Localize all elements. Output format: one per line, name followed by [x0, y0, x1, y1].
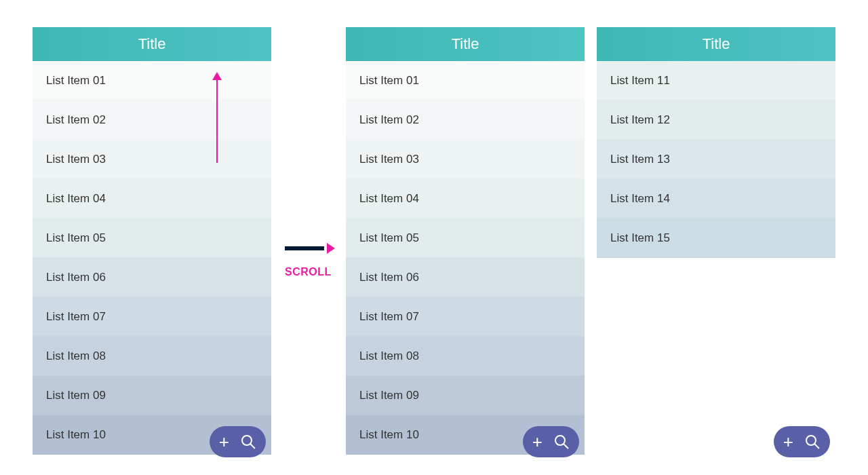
- plus-icon[interactable]: +: [532, 433, 542, 451]
- list-item[interactable]: List Item 05: [346, 218, 585, 258]
- list-item[interactable]: List Item 08: [346, 337, 585, 376]
- list-item-label: List Item 05: [359, 231, 419, 245]
- search-icon[interactable]: [553, 434, 570, 450]
- list-item[interactable]: List Item 02: [33, 100, 271, 140]
- list-item-label: List Item 04: [359, 192, 419, 206]
- list-item-label: List Item 03: [46, 153, 106, 166]
- list-item[interactable]: List Item 01: [346, 61, 585, 100]
- title-bar: Title: [597, 27, 835, 61]
- list-item-label: List Item 14: [610, 192, 670, 206]
- list-item-label: List Item 08: [46, 349, 106, 363]
- list-item[interactable]: List Item 07: [33, 297, 271, 337]
- scroll-annotation: SCROLL: [285, 243, 334, 278]
- list[interactable]: List Item 11 List Item 12 List Item 13 L…: [597, 61, 835, 258]
- list-item-label: List Item 10: [359, 428, 419, 442]
- list-item[interactable]: List Item 06: [346, 258, 585, 297]
- floating-action-bar: +: [210, 426, 266, 457]
- list-item-label: List Item 01: [46, 74, 106, 88]
- list-item[interactable]: List Item 06: [33, 258, 271, 297]
- list-item[interactable]: List Item 14: [597, 179, 835, 218]
- svg-line-3: [564, 444, 569, 449]
- list-item-label: List Item 07: [46, 310, 106, 324]
- list-item-label: List Item 07: [359, 310, 419, 324]
- title-text: Title: [703, 35, 730, 53]
- svg-point-2: [555, 436, 565, 445]
- list-item[interactable]: List Item 15: [597, 218, 835, 258]
- list-item[interactable]: List Item 04: [33, 179, 271, 218]
- list[interactable]: List Item 01 List Item 02 List Item 03 L…: [33, 61, 271, 455]
- floating-action-bar: +: [774, 426, 830, 457]
- list-item[interactable]: List Item 02: [346, 100, 585, 140]
- list-item[interactable]: List Item 08: [33, 337, 271, 376]
- phone-panel-3: Title List Item 11 List Item 12 List Ite…: [597, 27, 835, 467]
- list-item-label: List Item 08: [359, 349, 419, 363]
- svg-line-1: [251, 444, 256, 449]
- title-bar: Title: [33, 27, 271, 61]
- svg-line-5: [815, 444, 820, 449]
- list-item-label: List Item 09: [359, 389, 419, 402]
- list-item-label: List Item 11: [610, 74, 670, 88]
- list-item[interactable]: List Item 04: [346, 179, 585, 218]
- list-item[interactable]: List Item 05: [33, 218, 271, 258]
- list-item[interactable]: List Item 01: [33, 61, 271, 100]
- list-item-label: List Item 12: [610, 113, 670, 127]
- search-icon[interactable]: [804, 434, 821, 450]
- list-item-label: List Item 03: [359, 153, 419, 166]
- plus-icon[interactable]: +: [783, 433, 793, 451]
- list-item-label: List Item 13: [610, 153, 670, 166]
- list-item-label: List Item 15: [610, 231, 670, 245]
- list-item[interactable]: List Item 09: [33, 376, 271, 415]
- list-item-label: List Item 01: [359, 74, 419, 88]
- list-item[interactable]: List Item 03: [346, 140, 585, 179]
- right-arrow-icon: [285, 243, 334, 254]
- svg-point-4: [806, 436, 816, 445]
- plus-icon[interactable]: +: [219, 433, 229, 451]
- list-item[interactable]: List Item 03: [33, 140, 271, 179]
- list-item-label: List Item 02: [359, 113, 419, 127]
- svg-point-0: [242, 436, 252, 445]
- list-item-label: List Item 10: [46, 428, 106, 442]
- search-icon[interactable]: [240, 434, 256, 450]
- list-item-label: List Item 09: [46, 389, 106, 402]
- list-item[interactable]: List Item 09: [346, 376, 585, 415]
- title-bar: Title: [346, 27, 585, 61]
- phone-panel-1: Title List Item 01 List Item 02 List Ite…: [33, 27, 271, 467]
- phone-panel-2: Title List Item 01 List Item 02 List Ite…: [346, 27, 585, 467]
- list-item-label: List Item 05: [46, 231, 106, 245]
- list-item[interactable]: List Item 11: [597, 61, 835, 100]
- list-item[interactable]: List Item 12: [597, 100, 835, 140]
- list-item-label: List Item 04: [46, 192, 106, 206]
- title-text: Title: [138, 35, 166, 53]
- list-item-label: List Item 06: [359, 271, 419, 284]
- list[interactable]: List Item 01 List Item 02 List Item 03 L…: [346, 61, 585, 455]
- floating-action-bar: +: [523, 426, 579, 457]
- list-item-label: List Item 06: [46, 271, 106, 284]
- title-text: Title: [452, 35, 479, 53]
- list-item[interactable]: List Item 07: [346, 297, 585, 337]
- list-item[interactable]: List Item 13: [597, 140, 835, 179]
- list-item-label: List Item 02: [46, 113, 106, 127]
- scroll-label: SCROLL: [285, 266, 334, 278]
